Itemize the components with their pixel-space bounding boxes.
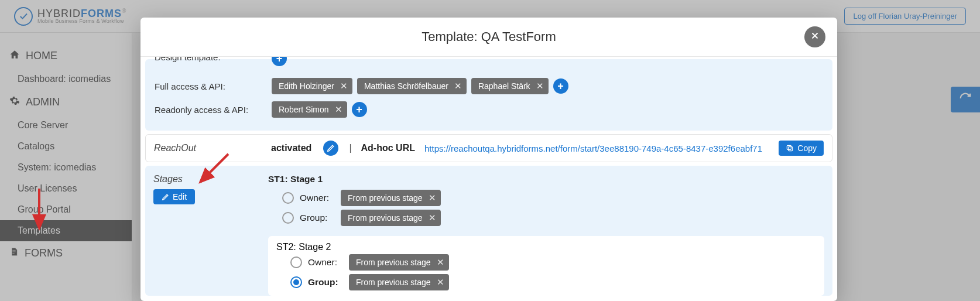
- remove-chip-icon[interactable]: ✕: [340, 81, 348, 91]
- add-readonly-access-button[interactable]: +: [352, 102, 367, 117]
- modal-title: Template: QA TestForm: [155, 29, 823, 45]
- stage-2-block: ST2: Stage 2 Owner: From previous stage✕…: [268, 236, 824, 296]
- full-access-chips: Edith Holzinger✕ Matthias Schröfelbauer✕…: [272, 78, 568, 94]
- remove-chip-icon[interactable]: ✕: [429, 193, 436, 203]
- reachout-row: ReachOut activated | Ad-hoc URL https://…: [145, 134, 832, 162]
- svg-rect-1: [787, 145, 791, 149]
- group-label: Group:: [300, 213, 335, 223]
- edit-stages-button[interactable]: Edit: [153, 189, 195, 204]
- stage2-owner-radio[interactable]: [290, 256, 302, 268]
- copy-url-button[interactable]: Copy: [779, 141, 824, 156]
- readonly-access-chips: Robert Simon✕ +: [272, 101, 367, 118]
- stages-title: Stages: [153, 174, 260, 184]
- access-panel: Design template: + Full access & API: Ed…: [145, 59, 832, 131]
- group-label: Group:: [308, 277, 343, 288]
- stage1-group-radio[interactable]: [282, 212, 294, 224]
- template-modal: Template: QA TestForm Design template: +…: [141, 18, 837, 301]
- reachout-title: ReachOut: [154, 143, 265, 153]
- remove-chip-icon[interactable]: ✕: [437, 257, 444, 268]
- edit-reachout-button[interactable]: [323, 141, 338, 156]
- remove-chip-icon[interactable]: ✕: [536, 81, 544, 91]
- chip-user: Matthias Schröfelbauer✕: [357, 78, 467, 94]
- pencil-icon: [162, 193, 169, 201]
- reachout-status: activated: [271, 143, 311, 153]
- stage2-group-radio[interactable]: [290, 276, 302, 288]
- add-design-template-button[interactable]: +: [272, 57, 287, 66]
- adhoc-url-link[interactable]: https://reachoutqa.hybridforms.net/form/…: [424, 143, 773, 153]
- stages-panel: Stages Edit ST1: Stage 1 Owner: From pre…: [145, 166, 832, 296]
- remove-chip-icon[interactable]: ✕: [335, 104, 342, 115]
- remove-chip-icon[interactable]: ✕: [454, 81, 462, 91]
- close-icon: [810, 30, 820, 44]
- add-full-access-button[interactable]: +: [553, 78, 568, 94]
- stage1-owner-radio[interactable]: [282, 192, 294, 204]
- copy-icon: [786, 144, 794, 152]
- remove-chip-icon[interactable]: ✕: [429, 213, 436, 223]
- modal-header: Template: QA TestForm: [141, 18, 837, 57]
- modal-close-button[interactable]: [804, 26, 825, 47]
- full-access-label: Full access & API:: [155, 78, 272, 91]
- owner-label: Owner:: [300, 193, 335, 203]
- design-template-label: Design template:: [155, 57, 221, 62]
- chip-user: Robert Simon✕: [272, 101, 347, 118]
- adhoc-url-label: Ad-hoc URL: [361, 143, 415, 153]
- stage-1-block: ST1: Stage 1 Owner: From previous stage✕…: [268, 170, 824, 234]
- chip-user: Edith Holzinger✕: [272, 78, 352, 94]
- remove-chip-icon[interactable]: ✕: [437, 277, 444, 288]
- readonly-access-label: Readonly access & API:: [155, 101, 272, 115]
- pencil-icon: [327, 144, 335, 152]
- separator: |: [349, 143, 351, 153]
- chip-user: Raphael Stärk✕: [471, 78, 549, 94]
- stage-2-title: ST2: Stage 2: [276, 242, 816, 252]
- owner-chip: From previous stage✕: [341, 190, 441, 206]
- owner-chip: From previous stage✕: [349, 254, 449, 271]
- stage-1-title: ST1: Stage 1: [268, 174, 824, 184]
- svg-rect-0: [789, 147, 793, 151]
- group-chip: From previous stage✕: [341, 210, 441, 226]
- modal-body: Design template: + Full access & API: Ed…: [141, 57, 837, 301]
- group-chip: From previous stage✕: [349, 274, 449, 290]
- owner-label: Owner:: [308, 257, 343, 268]
